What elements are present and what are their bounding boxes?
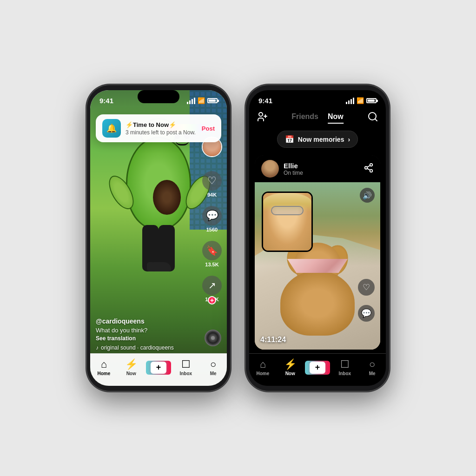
comment-icon: 💬 bbox=[202, 206, 222, 225]
selfie-photo bbox=[262, 192, 313, 252]
dynamic-island-1 bbox=[138, 90, 179, 103]
nav-now-label-2: Now bbox=[285, 371, 295, 376]
home-icon: ⌂ bbox=[101, 359, 107, 370]
avo-body bbox=[126, 137, 191, 230]
sound-name: original sound · cardioqueens bbox=[101, 344, 174, 351]
post-actions: ♡ 💬 bbox=[358, 279, 375, 322]
signal-icon bbox=[187, 98, 195, 104]
comment-button-2[interactable]: 💬 bbox=[358, 305, 375, 322]
svg-point-0 bbox=[259, 112, 263, 116]
dog-body bbox=[280, 271, 355, 336]
poster-avatar[interactable] bbox=[261, 160, 279, 178]
spinning-record bbox=[205, 330, 221, 346]
nav-home-label-2: Home bbox=[257, 371, 270, 376]
sound-info[interactable]: ♪ original sound · cardioqueens bbox=[96, 344, 199, 351]
friends-header: Friends Now bbox=[249, 107, 386, 131]
svg-line-8 bbox=[367, 168, 370, 170]
notif-body: 3 minutes left to post a Now. bbox=[126, 129, 197, 136]
see-translation-button[interactable]: See translation bbox=[96, 335, 199, 342]
bottom-nav-1: ⌂ Home ⚡ Now + ☐ Inbox ○ bbox=[90, 353, 227, 386]
music-note-icon: ♪ bbox=[96, 344, 99, 351]
save-count: 13.5K bbox=[205, 262, 218, 267]
video-info: @cardioqueens What do you think? See tra… bbox=[96, 317, 199, 351]
plus-icon-2: + bbox=[310, 362, 325, 374]
share-icon: ↗ bbox=[202, 276, 222, 295]
tab-now[interactable]: Now bbox=[328, 112, 344, 124]
avo-pit bbox=[153, 180, 181, 215]
like-button-2[interactable]: ♡ bbox=[358, 279, 375, 296]
search-icon-2[interactable] bbox=[367, 111, 378, 125]
wifi-icon-2: 📶 bbox=[357, 97, 364, 104]
phone-1-screen: 9:41 📶 🔔 ⚡Ti bbox=[90, 90, 227, 386]
sound-button[interactable]: 🔊 bbox=[360, 188, 375, 203]
poster-name: Ellie bbox=[284, 162, 303, 170]
plus-icon-1: + bbox=[151, 362, 166, 374]
add-button-1[interactable]: + bbox=[148, 361, 169, 375]
signal-icon-2 bbox=[346, 98, 354, 104]
memories-label: Now memories bbox=[298, 136, 344, 143]
bookmark-icon: 🔖 bbox=[202, 241, 222, 260]
bottom-nav-2: ⌂ Home ⚡ Now + ☐ Inbox ○ bbox=[249, 353, 386, 386]
nav-me-label-2: Me bbox=[369, 371, 376, 376]
nav-add-1[interactable]: + bbox=[145, 361, 172, 375]
notif-title: ⚡Time to Now⚡ bbox=[126, 121, 197, 128]
photo-timer: 4:11:24 bbox=[260, 336, 286, 344]
nav-inbox-label-2: Inbox bbox=[338, 371, 351, 376]
dynamic-island-2 bbox=[297, 90, 338, 103]
nav-me-1[interactable]: ○ Me bbox=[199, 359, 227, 376]
status-icons-1: 📶 bbox=[187, 97, 218, 104]
memories-pill[interactable]: 📅 Now memories › bbox=[277, 131, 358, 148]
post-share-icon[interactable] bbox=[364, 163, 374, 175]
header-tabs: Friends Now bbox=[291, 112, 344, 124]
notification-popup[interactable]: 🔔 ⚡Time to Now⚡ 3 minutes left to post a… bbox=[96, 114, 221, 142]
bookmark-button[interactable]: 🔖 13.5K bbox=[202, 241, 222, 267]
add-friend-icon[interactable] bbox=[257, 111, 268, 125]
battery-icon-2 bbox=[366, 98, 377, 103]
nav-me-label-1: Me bbox=[210, 371, 217, 376]
status-icons-2: 📶 bbox=[346, 97, 377, 104]
nav-now-label-1: Now bbox=[126, 371, 136, 376]
avo-shoe-right bbox=[152, 262, 171, 271]
avo-leg-right bbox=[159, 225, 175, 271]
nav-now-1[interactable]: ⚡ Now bbox=[118, 359, 145, 376]
avocado-figure bbox=[112, 118, 205, 350]
notif-post-button[interactable]: Post bbox=[202, 125, 215, 132]
nav-me-2[interactable]: ○ Me bbox=[358, 359, 386, 376]
now-icon: ⚡ bbox=[125, 359, 138, 370]
nav-home-1[interactable]: ⌂ Home bbox=[90, 359, 118, 376]
video-actions: + ♡ 94K 💬 1560 🔖 13.5K ↗ 13.5K bbox=[202, 137, 222, 302]
wifi-icon: 📶 bbox=[198, 97, 205, 104]
heart-icon: ♡ bbox=[202, 171, 222, 191]
like-count: 94K bbox=[207, 192, 217, 198]
me-icon-2: ○ bbox=[369, 359, 375, 370]
time-1: 9:41 bbox=[99, 97, 113, 105]
inbox-icon-2: ☐ bbox=[340, 359, 350, 370]
like-button[interactable]: ♡ 94K bbox=[202, 171, 222, 198]
notif-app-icon: 🔔 bbox=[102, 119, 121, 138]
nav-inbox-label-1: Inbox bbox=[179, 371, 192, 376]
add-button-2[interactable]: + bbox=[307, 361, 328, 375]
nav-home-2[interactable]: ⌂ Home bbox=[249, 359, 277, 376]
tab-friends[interactable]: Friends bbox=[291, 112, 318, 124]
avatar-image bbox=[261, 160, 279, 178]
creator-username[interactable]: @cardioqueens bbox=[96, 317, 199, 325]
comment-button[interactable]: 💬 1560 bbox=[202, 206, 222, 232]
nav-now-2[interactable]: ⚡ Now bbox=[277, 359, 304, 376]
now-post-card: Ellie On time bbox=[255, 155, 380, 350]
home-icon-2: ⌂ bbox=[260, 359, 266, 370]
nav-inbox-1[interactable]: ☐ Inbox bbox=[172, 359, 199, 376]
battery-icon bbox=[207, 98, 218, 103]
avo-legs bbox=[135, 225, 182, 281]
nav-add-2[interactable]: + bbox=[304, 361, 331, 375]
dual-photo: 🔊 4:11:24 ♡ 💬 bbox=[255, 182, 380, 350]
memories-arrow: › bbox=[348, 136, 350, 143]
poster-status: On time bbox=[284, 170, 303, 176]
calendar-icon: 📅 bbox=[285, 135, 294, 144]
phone-2: 9:41 📶 bbox=[245, 85, 390, 391]
notif-text-block: ⚡Time to Now⚡ 3 minutes left to post a N… bbox=[126, 121, 197, 136]
phone-2-screen: 9:41 📶 bbox=[249, 90, 386, 386]
nav-inbox-2[interactable]: ☐ Inbox bbox=[331, 359, 358, 376]
now-icon-2: ⚡ bbox=[284, 359, 297, 370]
inbox-icon-1: ☐ bbox=[181, 359, 191, 370]
time-2: 9:41 bbox=[258, 97, 272, 105]
